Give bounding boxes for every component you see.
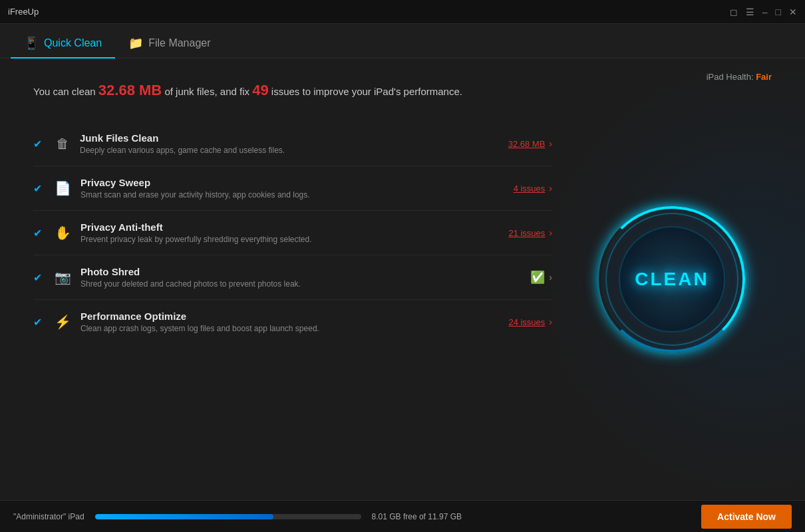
activate-button[interactable]: Activate Now: [701, 505, 792, 529]
item-arrow-privacy-sweep[interactable]: ›: [549, 183, 552, 194]
titlebar: iFreeUp ◻ ☰ – □ ✕: [0, 0, 805, 24]
clean-button-label: CLEAN: [635, 269, 709, 290]
item-title-junk-files: Junk Files Clean: [80, 132, 476, 144]
items-list: ✔ 🗑 Junk Files Clean Deeply clean variou…: [33, 122, 552, 344]
item-status-junk-files: 32.68 MB ›: [486, 138, 552, 149]
item-title-photo-shred: Photo Shred: [80, 266, 476, 277]
camera-icon: 📷: [55, 269, 71, 285]
doc-icon: 📄: [55, 180, 71, 196]
item-status-link-privacy-sweep[interactable]: 4 issues: [514, 184, 546, 194]
tab-quick-clean-label: Quick Clean: [44, 37, 102, 49]
summary-text: You can clean 32.68 MB of junk files, an…: [33, 78, 499, 102]
storage-bar-container: [95, 514, 361, 519]
item-status-anti-theft: 21 issues ›: [486, 227, 552, 238]
file-manager-icon: 📁: [128, 36, 143, 51]
item-text-privacy-sweep: Privacy Sweep Smart scan and erase your …: [80, 177, 476, 200]
minimize-icon[interactable]: –: [762, 7, 768, 17]
item-status-link-junk-files[interactable]: 32.68 MB: [508, 139, 546, 149]
checkbox-photo-shred[interactable]: ✔: [33, 271, 45, 284]
quick-clean-icon: 📱: [24, 36, 39, 51]
ipad-health: iPad Health: Fair: [707, 72, 772, 82]
item-arrow-photo-shred[interactable]: ›: [549, 272, 552, 283]
list-item: ✔ 📄 Privacy Sweep Smart scan and erase y…: [33, 166, 552, 211]
clean-button-inner: CLEAN: [619, 226, 725, 332]
photo-shred-checkmark: ✅: [530, 270, 545, 285]
item-desc-junk-files: Deeply clean various apps, game cache an…: [80, 146, 476, 155]
maximize-icon[interactable]: □: [776, 7, 781, 17]
tab-quick-clean[interactable]: 📱 Quick Clean: [11, 29, 115, 59]
item-text-junk-files: Junk Files Clean Deeply clean various ap…: [80, 132, 476, 155]
bolt-icon: ⚡: [55, 314, 71, 330]
list-item: ✔ 🗑 Junk Files Clean Deeply clean variou…: [33, 122, 552, 166]
device-icon[interactable]: ◻: [730, 7, 738, 17]
item-desc-performance: Clean app crash logs, system log files a…: [80, 324, 476, 333]
clean-circle-outer: CLEAN: [592, 200, 752, 359]
tab-file-manager-label: File Manager: [148, 37, 210, 49]
summary-middle: of junk files, and fix: [162, 86, 252, 97]
item-desc-anti-theft: Prevent privacy leak by powerfully shred…: [80, 235, 476, 244]
item-desc-photo-shred: Shred your deleted and cached photos to …: [80, 279, 476, 289]
item-title-privacy-sweep: Privacy Sweep: [80, 177, 476, 188]
checkbox-privacy-sweep[interactable]: ✔: [33, 182, 45, 195]
clean-button-container: CLEAN: [592, 200, 752, 359]
item-text-anti-theft: Privacy Anti-theft Prevent privacy leak …: [80, 221, 476, 244]
summary-suffix: issues to improve your iPad's performanc…: [269, 86, 462, 97]
checkbox-performance[interactable]: ✔: [33, 316, 45, 329]
item-desc-privacy-sweep: Smart scan and erase your activity histo…: [80, 190, 476, 200]
item-status-privacy-sweep: 4 issues ›: [486, 183, 552, 194]
item-arrow-junk-files[interactable]: ›: [549, 138, 552, 149]
clean-button[interactable]: CLEAN: [592, 200, 752, 359]
item-title-performance: Performance Optimize: [80, 311, 476, 322]
close-icon[interactable]: ✕: [789, 7, 797, 17]
item-status-photo-shred: ✅ ›: [486, 270, 552, 285]
item-status-link-anti-theft[interactable]: 21 issues: [508, 228, 545, 238]
trash-icon: 🗑: [55, 136, 71, 152]
ipad-health-value: Fair: [756, 72, 772, 82]
item-text-photo-shred: Photo Shred Shred your deleted and cache…: [80, 266, 476, 289]
item-status-performance: 24 issues ›: [486, 317, 552, 327]
ipad-health-label: iPad Health:: [707, 72, 754, 82]
list-item: ✔ 📷 Photo Shred Shred your deleted and c…: [33, 255, 552, 300]
hand-icon: ✋: [55, 225, 71, 241]
bottom-bar: "Administrator" iPad 8.01 GB free of 11.…: [0, 500, 805, 532]
item-text-performance: Performance Optimize Clean app crash log…: [80, 311, 476, 333]
list-item: ✔ ⚡ Performance Optimize Clean app crash…: [33, 300, 552, 344]
tab-file-manager[interactable]: 📁 File Manager: [115, 29, 224, 59]
device-name: "Administrator" iPad: [13, 512, 84, 521]
checkbox-anti-theft[interactable]: ✔: [33, 227, 45, 239]
item-arrow-anti-theft[interactable]: ›: [549, 227, 552, 238]
summary-prefix: You can clean: [33, 86, 98, 97]
list-item: ✔ ✋ Privacy Anti-theft Prevent privacy l…: [33, 211, 552, 255]
main-content: iPad Health: Fair You can clean 32.68 MB…: [0, 59, 805, 500]
item-arrow-performance[interactable]: ›: [549, 317, 552, 327]
menu-icon[interactable]: ☰: [746, 7, 754, 17]
summary-count: 49: [252, 82, 268, 98]
item-title-anti-theft: Privacy Anti-theft: [80, 221, 476, 233]
checkbox-junk-files[interactable]: ✔: [33, 138, 45, 150]
storage-bar-fill: [95, 514, 273, 519]
app-title: iFreeUp: [8, 7, 39, 17]
summary-size: 32.68 MB: [98, 82, 162, 98]
item-status-link-performance[interactable]: 24 issues: [508, 317, 545, 327]
nav-tabs: 📱 Quick Clean 📁 File Manager: [0, 24, 805, 59]
storage-text: 8.01 GB free of 11.97 GB: [372, 512, 462, 521]
window-controls: ◻ ☰ – □ ✕: [730, 7, 797, 17]
